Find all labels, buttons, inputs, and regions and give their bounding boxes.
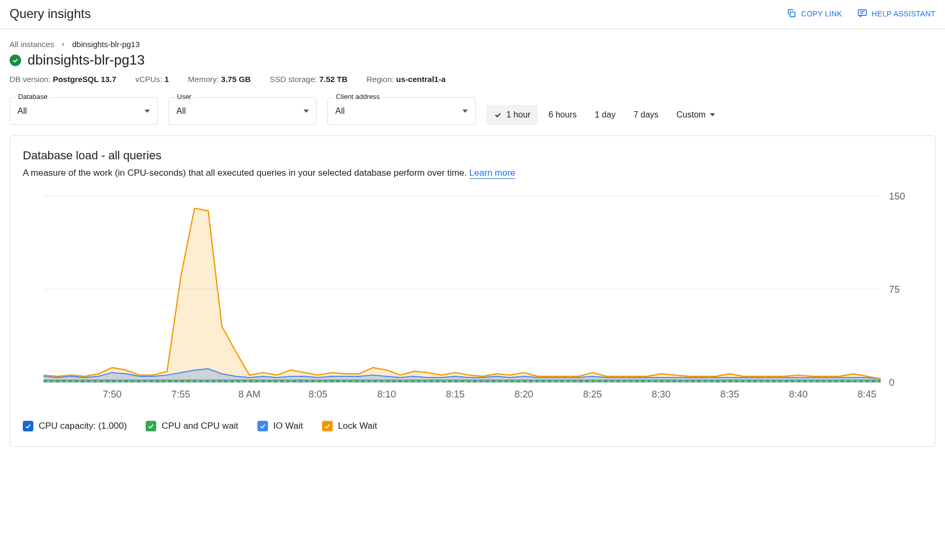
memory-value: 3.75 GB [221, 75, 251, 84]
svg-text:8:25: 8:25 [583, 389, 602, 400]
region-label: Region: [367, 75, 394, 84]
time-range-1day[interactable]: 1 day [587, 105, 623, 125]
svg-text:150: 150 [889, 191, 905, 202]
chat-icon [857, 8, 868, 20]
database-load-card: Database load - all queries A measure of… [10, 136, 935, 447]
chevron-down-icon [462, 110, 468, 113]
learn-more-link[interactable]: Learn more [469, 168, 515, 179]
time-range-custom[interactable]: Custom [669, 105, 723, 125]
legend-lock-wait[interactable]: Lock Wait [322, 421, 377, 431]
svg-rect-0 [790, 12, 795, 16]
user-select[interactable]: User All [168, 97, 317, 125]
check-icon [494, 111, 502, 119]
breadcrumb-root[interactable]: All instances [10, 40, 54, 49]
database-load-chart: 0751507:507:558 AM8:058:108:158:208:258:… [23, 189, 922, 410]
client-address-select-label: Client address [334, 93, 382, 101]
chevron-right-icon [60, 40, 66, 49]
database-select-value: All [17, 106, 27, 116]
ssd-value: 7.52 TB [319, 75, 347, 84]
db-version-label: DB version: [10, 75, 51, 84]
time-range-custom-label: Custom [676, 110, 706, 120]
region-value: us-central1-a [396, 75, 445, 84]
copy-link-label: COPY LINK [801, 10, 842, 18]
database-select-label: Database [16, 93, 50, 101]
svg-rect-1 [858, 10, 866, 15]
legend-swatch-icon [322, 421, 333, 431]
legend-cpu-capacity[interactable]: CPU capacity: (1.000) [23, 421, 127, 431]
user-select-value: All [176, 106, 186, 116]
legend-label: IO Wait [273, 421, 303, 431]
legend-swatch-icon [257, 421, 268, 431]
svg-text:8:10: 8:10 [377, 389, 396, 400]
svg-text:8:20: 8:20 [514, 389, 533, 400]
svg-text:0: 0 [889, 377, 894, 388]
breadcrumb: All instances dbinsights-blr-pg13 [10, 40, 935, 49]
client-address-select[interactable]: Client address All [327, 97, 476, 125]
help-assistant-button[interactable]: HELP ASSISTANT [857, 8, 935, 20]
svg-text:8:40: 8:40 [789, 389, 808, 400]
chevron-down-icon [710, 113, 715, 116]
card-title: Database load - all queries [23, 149, 922, 162]
svg-text:8:35: 8:35 [720, 389, 739, 400]
chevron-down-icon [304, 110, 309, 113]
card-description: A measure of the work (in CPU-seconds) t… [23, 168, 922, 178]
vcpus-value: 1 [165, 75, 169, 84]
legend-swatch-icon [23, 421, 33, 431]
help-assistant-label: HELP ASSISTANT [872, 10, 935, 18]
legend-cpu-wait[interactable]: CPU and CPU wait [146, 421, 238, 431]
ssd-label: SSD storage: [270, 75, 317, 84]
page-title: Query insights [10, 6, 91, 21]
svg-text:75: 75 [889, 284, 899, 295]
copy-link-button[interactable]: COPY LINK [786, 8, 842, 20]
status-ok-icon [10, 55, 21, 66]
instance-specs: DB version: PostgreSQL 13.7 vCPUs: 1 Mem… [10, 75, 935, 84]
db-version-value: PostgreSQL 13.7 [53, 75, 117, 84]
svg-text:8:45: 8:45 [858, 389, 877, 400]
time-range-1hour[interactable]: 1 hour [486, 105, 538, 125]
client-address-select-value: All [335, 106, 345, 116]
svg-text:7:55: 7:55 [171, 389, 190, 400]
memory-label: Memory: [188, 75, 219, 84]
svg-text:8 AM: 8 AM [238, 389, 261, 400]
time-range-6hours[interactable]: 6 hours [541, 105, 584, 125]
time-range: 1 hour 6 hours 1 day 7 days Custom [486, 105, 723, 125]
legend-label: CPU and CPU wait [162, 421, 238, 431]
time-range-7days[interactable]: 7 days [626, 105, 666, 125]
chevron-down-icon [145, 110, 150, 113]
vcpus-label: vCPUs: [135, 75, 162, 84]
svg-text:8:30: 8:30 [652, 389, 671, 400]
legend-swatch-icon [146, 421, 156, 431]
svg-text:8:15: 8:15 [446, 389, 465, 400]
copy-icon [786, 8, 797, 20]
top-actions: COPY LINK HELP ASSISTANT [786, 8, 935, 20]
svg-text:7:50: 7:50 [103, 389, 122, 400]
svg-text:8:05: 8:05 [309, 389, 328, 400]
legend-io-wait[interactable]: IO Wait [257, 421, 303, 431]
legend-label: CPU capacity: (1.000) [39, 421, 127, 431]
user-select-label: User [175, 93, 193, 101]
time-range-label: 1 hour [506, 110, 530, 120]
legend-label: Lock Wait [338, 421, 377, 431]
instance-name: dbinsights-blr-pg13 [28, 52, 145, 68]
breadcrumb-current: dbinsights-blr-pg13 [72, 40, 140, 49]
database-select[interactable]: Database All [10, 97, 158, 125]
